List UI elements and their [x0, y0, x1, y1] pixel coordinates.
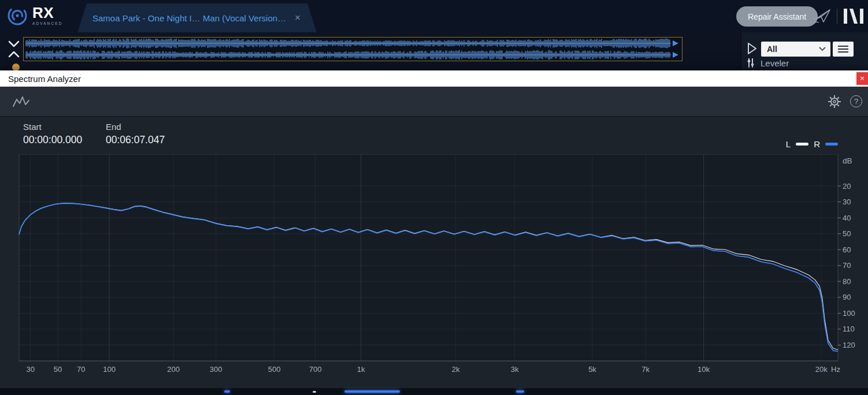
overview-row: All Leveler: [0, 32, 868, 70]
y-tick-label: 70: [843, 261, 851, 270]
y-tick-label: 90: [843, 293, 851, 301]
start-value: 00:00:00.000: [23, 134, 82, 146]
play-icon[interactable]: [747, 42, 757, 55]
izotope-logo-icon: [6, 4, 29, 27]
marker-dot: [12, 64, 20, 70]
top-bar: RX ADVANCED Samoa Park - One Night I… Ma…: [0, 0, 868, 32]
x-axis-unit: Hz: [831, 365, 840, 374]
logo-text: RX: [32, 5, 62, 20]
plot-background: [19, 154, 838, 361]
y-axis-unit: dB: [843, 156, 852, 165]
spectrum-curve-icon: [13, 95, 30, 108]
rx-logo: RX ADVANCED: [6, 4, 62, 27]
menu-icon[interactable]: [833, 42, 854, 57]
y-tick-label: 100: [843, 309, 855, 318]
x-tick-label: 1k: [357, 365, 365, 374]
x-tick-label: 3k: [511, 365, 519, 374]
y-tick-label: 110: [843, 325, 855, 333]
x-tick-label: 30: [26, 365, 34, 374]
topbar-divider: [837, 9, 837, 24]
legend-left-label: L: [786, 139, 791, 149]
waveform-overview[interactable]: [23, 37, 682, 61]
help-label: ?: [854, 97, 858, 106]
collapse-chevrons-icon[interactable]: [7, 39, 21, 61]
end-label: End: [106, 122, 165, 132]
x-tick-label: 5k: [588, 365, 596, 374]
spectrum-plot[interactable]: 3050701002003005007001k2k3k5k7k10k20k203…: [0, 154, 868, 385]
help-icon[interactable]: ?: [850, 95, 862, 107]
x-tick-label: 10k: [698, 365, 710, 374]
spectrum-content: Start 00:00:00.000 End 00:06:07.047 L R …: [0, 117, 868, 388]
leveler-icon: [747, 58, 755, 68]
y-tick-label: 20: [843, 182, 851, 191]
legend-right-label: R: [814, 139, 820, 149]
x-tick-label: 20k: [815, 365, 828, 374]
x-tick-label: 100: [103, 365, 116, 374]
chevron-down-icon: [819, 47, 826, 51]
module-item-label: Leveler: [761, 58, 789, 68]
y-tick-label: 40: [843, 214, 851, 222]
bottom-bar: [0, 388, 868, 395]
close-button[interactable]: ×: [856, 72, 868, 85]
y-tick-label: 120: [843, 341, 855, 349]
preset-dropdown-value: All: [767, 44, 819, 54]
x-tick-label: 300: [210, 365, 222, 374]
file-tab-title: Samoa Park - One Night I… Man (Vocal Ver…: [92, 13, 287, 23]
spectrum-title-bar[interactable]: Spectrum Analyzer ×: [0, 70, 868, 87]
start-time: Start 00:00:00.000: [23, 122, 82, 146]
x-tick-label: 70: [77, 365, 85, 374]
y-tick-label: 50: [843, 229, 851, 238]
spectrum-analyzer-window: Spectrum Analyzer × ?: [0, 70, 868, 388]
bottom-bar-highlight: [224, 390, 230, 393]
waveform-graphic: [24, 38, 682, 61]
module-panel: All Leveler: [741, 32, 868, 70]
start-label: Start: [23, 122, 82, 132]
x-tick-label: 50: [54, 365, 62, 374]
logo-subtext: ADVANCED: [32, 22, 62, 26]
gear-icon[interactable]: [828, 95, 841, 109]
repair-assistant-button[interactable]: Repair Assistant: [736, 6, 818, 27]
x-tick-label: 200: [167, 365, 180, 374]
close-icon: ×: [860, 74, 865, 83]
bottom-bar-highlight: [344, 390, 400, 393]
ni-logo: [844, 9, 863, 24]
end-time: End 00:06:07.047: [106, 122, 165, 146]
sketch-plane-icon: [813, 7, 833, 25]
legend-left-swatch[interactable]: [796, 143, 808, 146]
preset-dropdown[interactable]: All: [761, 42, 830, 57]
tab-close-icon[interactable]: ×: [295, 12, 301, 24]
x-tick-label: 2k: [452, 365, 460, 374]
y-tick-label: 30: [843, 198, 851, 206]
channel-legend: L R: [786, 139, 838, 149]
y-tick-label: 60: [843, 245, 851, 254]
window-title: Spectrum Analyzer: [8, 74, 81, 84]
legend-right-swatch[interactable]: [825, 143, 838, 146]
rx-app: RX ADVANCED Samoa Park - One Night I… Ma…: [0, 0, 868, 395]
file-tab[interactable]: Samoa Park - One Night I… Man (Vocal Ver…: [77, 3, 317, 32]
y-tick-label: 80: [843, 277, 851, 286]
bottom-bar-tick: [313, 391, 316, 393]
x-tick-label: 700: [309, 365, 322, 374]
end-value: 00:06:07.047: [106, 134, 165, 146]
x-tick-label: 500: [268, 365, 281, 374]
module-item-leveler[interactable]: Leveler: [741, 55, 868, 70]
x-tick-label: 7k: [641, 365, 650, 374]
spectrum-toolbar: ?: [0, 87, 868, 117]
bottom-bar-highlight: [516, 390, 524, 393]
